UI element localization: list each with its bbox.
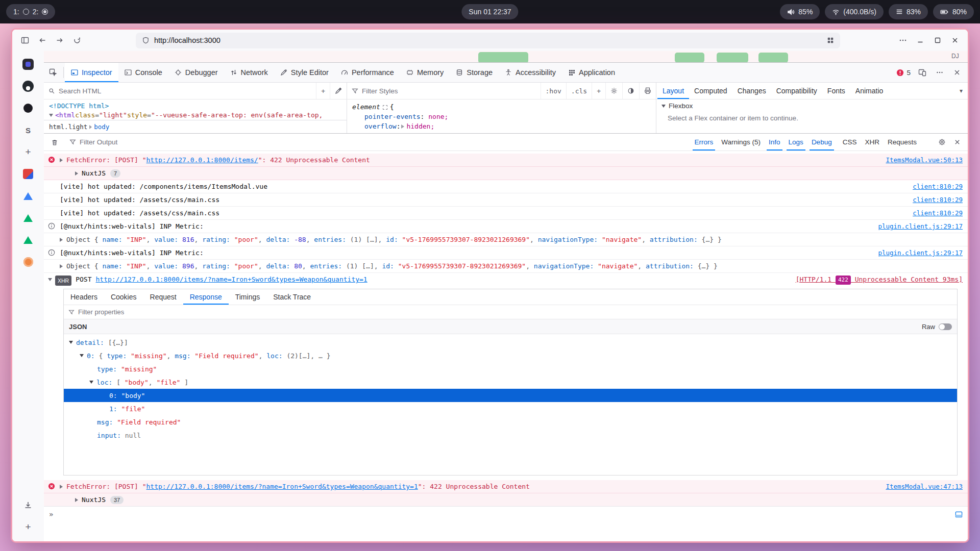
dark-scheme-button[interactable] xyxy=(622,83,639,99)
tab-overflow-chevron-icon[interactable]: ▾ xyxy=(955,87,967,94)
tab-console[interactable]: Console xyxy=(118,63,168,82)
rules-view[interactable]: element{ pointer-events: none; overflow:… xyxy=(347,99,656,133)
tab-storage[interactable]: Storage xyxy=(450,63,499,82)
filter-css-button[interactable]: CSS xyxy=(839,134,861,151)
tree-row-loc[interactable]: loc: [ "body", "file" ] xyxy=(64,375,957,389)
tab-style-editor[interactable]: Style Editor xyxy=(274,63,335,82)
forward-button[interactable] xyxy=(52,33,67,48)
caret-icon[interactable] xyxy=(89,381,93,384)
print-media-button[interactable] xyxy=(639,83,656,99)
rule-selector-line[interactable]: element{ xyxy=(352,102,656,112)
workspace-1-label[interactable]: 1: xyxy=(13,8,19,16)
pinned-app-blue[interactable] xyxy=(21,189,35,203)
add-button[interactable]: + xyxy=(21,520,35,534)
nuxt-app-icon[interactable] xyxy=(21,211,35,225)
search-html-input[interactable] xyxy=(59,87,311,95)
filter-output-input[interactable] xyxy=(80,138,377,146)
request-url-link[interactable]: http://127.0.0.1:8000/items/?name=Iron+S… xyxy=(146,483,418,490)
tab-inspector[interactable]: Inspector xyxy=(65,63,118,82)
filter-requests-button[interactable]: Requests xyxy=(884,134,921,151)
editor-mode-icon[interactable] xyxy=(955,511,963,518)
filter-xhr-button[interactable]: XHR xyxy=(861,134,884,151)
flexbox-section-header[interactable]: Flexbox xyxy=(662,102,963,110)
tab-changes[interactable]: Changes xyxy=(732,83,771,99)
github-favicon[interactable] xyxy=(21,79,35,93)
console-input-row[interactable]: » xyxy=(44,506,968,522)
tab-headers[interactable]: Headers xyxy=(64,289,104,305)
filter-logs-button[interactable]: Logs xyxy=(785,134,807,151)
tree-row-loc-0[interactable]: 0: "body" xyxy=(64,389,957,402)
tab-debugger[interactable]: Debugger xyxy=(168,63,224,82)
source-link[interactable]: ItemsModal.vue:50:13 xyxy=(886,156,963,165)
source-link[interactable]: client:810:29 xyxy=(913,182,963,191)
xhr-url-link[interactable]: http://127.0.0.1:8000/items/?name=Iron+S… xyxy=(95,275,788,284)
console-output[interactable]: FetchError: [POST] "http://127.0.0.1:800… xyxy=(44,151,968,506)
close-window-button[interactable] xyxy=(947,33,963,48)
markup-view[interactable]: <!DOCTYPE html> <html class="light" styl… xyxy=(44,99,347,133)
expand-caret-icon[interactable] xyxy=(60,238,63,242)
page-green-button-4[interactable] xyxy=(758,53,788,62)
console-log-row[interactable]: [vite] hot updated: /components/items/It… xyxy=(44,180,968,193)
tree-row-loc-1[interactable]: 1: "file" xyxy=(64,402,957,415)
close-split-console-button[interactable] xyxy=(949,135,965,149)
pseudo-class-button[interactable]: :hov xyxy=(541,83,566,99)
xhr-status-link[interactable]: [HTTP/1.1 422 Unprocessable Content 93ms… xyxy=(796,275,963,285)
filter-debug-button[interactable]: Debug xyxy=(807,134,836,151)
workspace-2-icon[interactable] xyxy=(42,9,48,15)
expand-caret-icon[interactable] xyxy=(60,485,63,489)
workspace-switcher[interactable]: 1: 2: xyxy=(6,4,55,19)
site-favicon-s[interactable]: S xyxy=(21,123,35,137)
source-link[interactable]: client:810:29 xyxy=(913,209,963,218)
console-error-row[interactable]: FetchError: [POST] "http://127.0.0.1:800… xyxy=(44,480,968,493)
filter-errors-button[interactable]: Errors xyxy=(691,134,718,151)
tab-fonts[interactable]: Fonts xyxy=(822,83,850,99)
tree-row-detail[interactable]: detail: [{…}] xyxy=(64,336,957,349)
maximize-button[interactable] xyxy=(930,33,945,48)
filter-styles-input[interactable] xyxy=(362,87,536,95)
network-indicator[interactable]: (400.0B/s) xyxy=(825,4,884,19)
extensions-grid-icon[interactable] xyxy=(827,37,834,44)
clear-console-button[interactable] xyxy=(47,135,62,149)
tab-layout[interactable]: Layout xyxy=(657,83,689,99)
brightness-indicator[interactable]: 83% xyxy=(889,4,928,19)
page-green-button-3[interactable] xyxy=(717,53,748,62)
tree-row-item0[interactable]: 0: { type: "missing", msg: "Field requir… xyxy=(64,349,957,362)
source-link[interactable]: plugin.client.js:29:17 xyxy=(878,222,963,231)
console-error-row[interactable]: FetchError: [POST] "http://127.0.0.1:800… xyxy=(44,154,968,167)
expand-caret-icon[interactable] xyxy=(75,498,78,502)
tab-application[interactable]: Application xyxy=(562,63,621,82)
page-green-button-1[interactable] xyxy=(478,52,528,62)
filter-info-button[interactable]: Info xyxy=(765,134,785,151)
minimize-button[interactable] xyxy=(913,33,928,48)
page-green-button-2[interactable] xyxy=(675,53,704,62)
console-info-row[interactable]: [@nuxt/hints:web-vitals] INP Metric: plu… xyxy=(44,246,968,260)
section-caret-icon[interactable] xyxy=(662,105,666,108)
breadcrumb-body[interactable]: body xyxy=(94,123,109,131)
class-toggle-button[interactable]: .cls xyxy=(566,83,592,99)
rule-property-line[interactable]: overflow: hidden; xyxy=(352,121,656,131)
caret-icon[interactable] xyxy=(80,354,84,357)
highlight-target-icon[interactable] xyxy=(383,105,387,110)
tab-accessibility[interactable]: Accessibility xyxy=(499,63,562,82)
site-favicon-dark[interactable] xyxy=(21,101,35,115)
expand-caret-icon[interactable] xyxy=(60,158,63,162)
tab-network[interactable]: Network xyxy=(224,63,274,82)
pick-element-button[interactable] xyxy=(44,63,62,82)
devtools-menu-button[interactable] xyxy=(932,65,947,80)
filter-warnings-button[interactable]: Warnings (5) xyxy=(717,134,765,151)
pinned-app-red[interactable] xyxy=(21,167,35,181)
more-menu-button[interactable] xyxy=(895,33,911,48)
console-object-row[interactable]: Object { name: "INP", value: 896, rating… xyxy=(44,260,968,273)
tree-row-type[interactable]: type: "missing" xyxy=(64,362,957,375)
tab-response[interactable]: Response xyxy=(183,289,229,305)
url-text[interactable]: http://localhost:3000 xyxy=(154,36,220,44)
console-log-row[interactable]: [vite] hot updated: /assets/css/main.css… xyxy=(44,207,968,220)
collapse-caret-icon[interactable] xyxy=(49,114,53,117)
tree-row-input[interactable]: input: null xyxy=(64,429,957,442)
clock[interactable]: Sun 01 22:37 xyxy=(461,4,518,19)
add-node-button[interactable]: + xyxy=(316,83,330,99)
reload-button[interactable] xyxy=(69,33,85,48)
caret-icon[interactable] xyxy=(69,341,73,344)
html-node-line[interactable]: <html class="light" style="--vueuse-safe… xyxy=(49,111,347,120)
new-tab-button[interactable]: + xyxy=(21,145,35,159)
